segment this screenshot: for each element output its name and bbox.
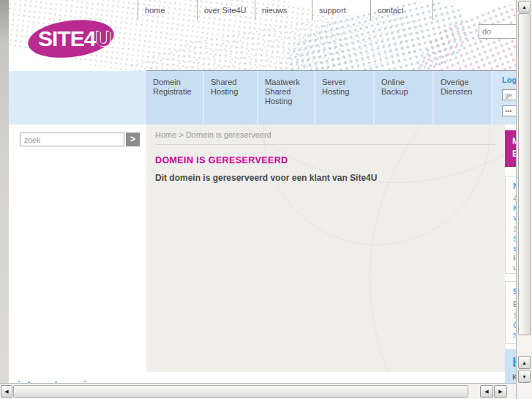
- vertical-scrollbar-thumb[interactable]: [518, 13, 531, 335]
- breadcrumb-home-link[interactable]: Home: [155, 130, 176, 139]
- site4u-logo[interactable]: SITE4U: [28, 18, 130, 60]
- vertical-scrollbar[interactable]: ▲ ▲ ▼: [516, 0, 532, 399]
- breadcrumb: Home > Domein is gereserveerd: [155, 130, 271, 139]
- topnav-item-home[interactable]: home: [138, 0, 197, 20]
- up-arrow-icon: ▲: [522, 4, 527, 10]
- navbar-item-online-backup[interactable]: Online Backup: [375, 71, 432, 124]
- topnav-item-support[interactable]: support: [312, 0, 370, 20]
- scroll-left-button-2[interactable]: ◀: [480, 385, 493, 398]
- search-submit-button[interactable]: >: [126, 133, 140, 146]
- horizontal-scrollbar[interactable]: ◀ ◀ ▶: [0, 383, 532, 399]
- breadcrumb-rule: [155, 144, 496, 145]
- scroll-down-button[interactable]: ▼: [518, 370, 531, 383]
- product-navbar: Domein Registratie Shared Hosting Maatwe…: [9, 71, 532, 124]
- breadcrumb-current: Domein is gereserveerd: [186, 130, 271, 139]
- search-input[interactable]: [20, 133, 124, 146]
- navbar-item-shared-hosting[interactable]: Shared Hosting: [204, 71, 257, 124]
- topnav-item-over-site4u[interactable]: over Site4U: [197, 0, 255, 20]
- search-go-icon: >: [130, 134, 135, 144]
- logo-text-white: SITE4: [38, 26, 95, 51]
- horizontal-scrollbar-thumb[interactable]: [13, 385, 468, 398]
- logo-text-pink: U: [95, 26, 110, 51]
- scroll-left-button[interactable]: ◀: [1, 385, 12, 398]
- page-message: Dit domein is gereserveerd voor een klan…: [155, 173, 377, 183]
- scroll-right-button[interactable]: ▶: [494, 385, 507, 398]
- top-navigation: home over Site4U nieuws support contact: [138, 0, 433, 20]
- left-arrow-icon: ◀: [4, 389, 8, 395]
- navbar-item-domein-registratie[interactable]: Domein Registratie: [146, 71, 203, 124]
- topnav-item-contact[interactable]: contact: [370, 0, 433, 20]
- domain-search-input[interactable]: [479, 24, 517, 39]
- navbar-item-maatwerk-shared-hosting[interactable]: Maatwerk Shared Hosting: [258, 71, 314, 124]
- page-title: DOMEIN IS GERESERVEERD: [155, 155, 288, 165]
- logo-text: SITE4U: [38, 26, 110, 51]
- navbar-item-server-hosting[interactable]: Server Hosting: [315, 71, 373, 124]
- up-arrow-icon: ▲: [522, 360, 527, 365]
- breadcrumb-separator: >: [179, 130, 183, 139]
- scroll-up-button-2[interactable]: ▲: [518, 356, 531, 369]
- left-arrow-icon: ◀: [484, 389, 488, 395]
- scroll-up-button[interactable]: ▲: [518, 1, 531, 12]
- right-arrow-icon: ▶: [498, 389, 502, 395]
- navbar-item-overige-diensten[interactable]: Overige Diensten: [434, 71, 491, 124]
- down-arrow-icon: ▼: [522, 374, 527, 379]
- window-edge: [0, 0, 9, 399]
- topnav-item-nieuws[interactable]: nieuws: [255, 0, 312, 20]
